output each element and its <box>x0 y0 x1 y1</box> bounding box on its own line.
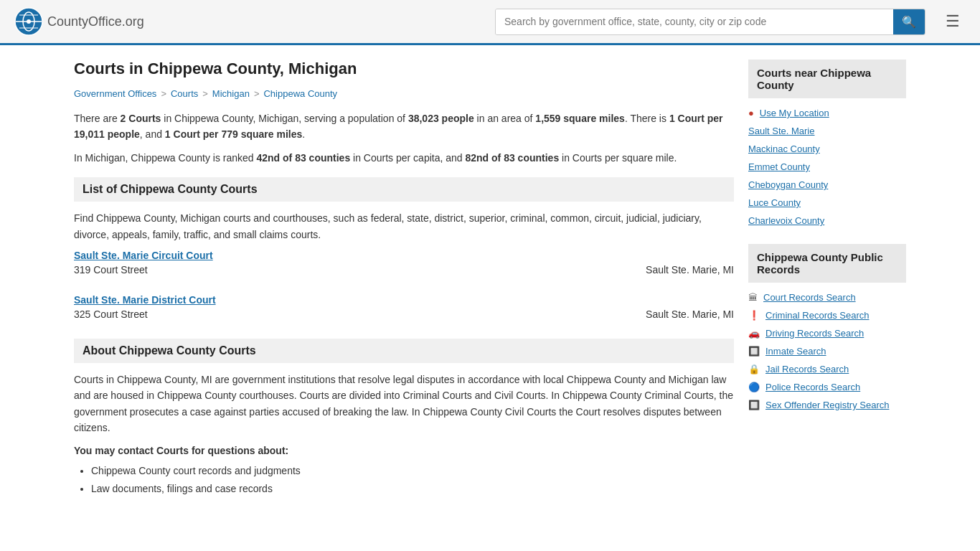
contact-label: You may contact Courts for questions abo… <box>74 445 734 456</box>
sidebar-records-item: 🔲 Inmate Search <box>748 342 906 360</box>
court-records-search-link[interactable]: Court Records Search <box>763 292 856 303</box>
police-records-icon: 🔵 <box>748 382 760 392</box>
intro-paragraph-2: In Michigan, Chippewa County is ranked 4… <box>74 150 734 166</box>
breadcrumb-separator: > <box>202 88 208 99</box>
court-address: 319 Court Street <box>74 264 148 276</box>
search-button[interactable]: 🔍 <box>893 9 925 34</box>
breadcrumb-item-courts[interactable]: Courts <box>171 88 198 99</box>
list-section-header: List of Chippewa County Courts <box>74 177 734 202</box>
breadcrumb-item-chippewa[interactable]: Chippewa County <box>263 88 337 99</box>
page-title: Courts in Chippewa County, Michigan <box>74 60 734 78</box>
nearby-link[interactable]: Mackinac County <box>748 143 820 154</box>
sidebar-item: Mackinac County <box>748 140 906 158</box>
court-name-link[interactable]: Sault Ste. Marie Circuit Court <box>74 250 734 261</box>
sidebar-use-location-item: ● Use My Location <box>748 104 906 122</box>
sidebar-records-item: ❗ Criminal Records Search <box>748 306 906 324</box>
inmate-search-link[interactable]: Inmate Search <box>765 346 826 357</box>
about-section-header: About Chippewa County Courts <box>74 339 734 363</box>
court-records-icon: 🏛 <box>748 292 758 303</box>
sex-offender-registry-search-link[interactable]: Sex Offender Registry Search <box>765 400 889 410</box>
sidebar-records-item: 🔒 Jail Records Search <box>748 360 906 378</box>
sidebar-item: Luce County <box>748 194 906 212</box>
sidebar: Courts near Chippewa County ● Use My Loc… <box>748 60 906 498</box>
court-details: 319 Court Street Sault Ste. Marie, MI <box>74 264 734 276</box>
sidebar-records-list: 🏛 Court Records Search ❗ Criminal Record… <box>748 288 906 414</box>
court-details: 325 Court Street Sault Ste. Marie, MI <box>74 309 734 320</box>
page-header: CountyOffice.org 🔍 ☰ <box>0 0 980 45</box>
logo-icon <box>14 7 43 36</box>
breadcrumb: Government Offices > Courts > Michigan >… <box>74 88 734 99</box>
court-city: Sault Ste. Marie, MI <box>646 309 734 320</box>
sex-offender-icon: 🔲 <box>748 400 760 410</box>
logo-name: CountyOffice <box>47 14 122 29</box>
jail-records-search-link[interactable]: Jail Records Search <box>765 364 849 375</box>
court-city: Sault Ste. Marie, MI <box>646 264 734 276</box>
location-icon: ● <box>748 108 754 118</box>
about-text: Courts in Chippewa County, MI are govern… <box>74 372 734 436</box>
breadcrumb-item-michigan[interactable]: Michigan <box>212 88 250 99</box>
court-entry: Sault Ste. Marie Circuit Court 319 Court… <box>74 250 734 283</box>
driving-records-icon: 🚗 <box>748 328 760 339</box>
court-name-link[interactable]: Sault Ste. Marie District Court <box>74 294 734 306</box>
nearby-link[interactable]: Emmet County <box>748 161 810 172</box>
nearby-link[interactable]: Luce County <box>748 197 801 208</box>
list-section-description: Find Chippewa County, Michigan courts an… <box>74 210 734 242</box>
sidebar-item: Cheboygan County <box>748 176 906 194</box>
sidebar-records-title: Chippewa County Public Records <box>748 244 906 283</box>
sidebar-item: Emmet County <box>748 158 906 176</box>
driving-records-search-link[interactable]: Driving Records Search <box>765 328 864 339</box>
sidebar-records-item: 🚗 Driving Records Search <box>748 324 906 342</box>
court-entry: Sault Ste. Marie District Court 325 Cour… <box>74 294 734 327</box>
nearby-link[interactable]: Cheboygan County <box>748 179 828 190</box>
sidebar-item: Charlevoix County <box>748 212 906 230</box>
search-bar: 🔍 <box>495 9 925 35</box>
search-input[interactable] <box>496 9 893 34</box>
sidebar-records-item: 🏛 Court Records Search <box>748 288 906 306</box>
sidebar-nearby-list: ● Use My Location Sault Ste. Marie Macki… <box>748 104 906 230</box>
contact-bullet-list: Chippewa County court records and judgme… <box>91 462 734 498</box>
logo-suffix: .org <box>122 14 144 29</box>
criminal-records-search-link[interactable]: Criminal Records Search <box>765 310 870 321</box>
sidebar-nearby-title: Courts near Chippewa County <box>748 60 906 98</box>
sidebar-item: Sault Ste. Marie <box>748 122 906 140</box>
inmate-search-icon: 🔲 <box>748 346 760 357</box>
nearby-link[interactable]: Charlevoix County <box>748 215 824 226</box>
sidebar-records-item: 🔵 Police Records Search <box>748 378 906 396</box>
use-my-location-link[interactable]: Use My Location <box>760 108 829 118</box>
court-address: 325 Court Street <box>74 309 148 320</box>
jail-records-icon: 🔒 <box>748 364 760 375</box>
logo-link[interactable]: CountyOffice.org <box>14 7 144 36</box>
nearby-link[interactable]: Sault Ste. Marie <box>748 126 815 136</box>
main-container: Courts in Chippewa County, Michigan Gove… <box>60 45 920 512</box>
hamburger-menu-button[interactable]: ☰ <box>940 9 966 34</box>
breadcrumb-item-gov-offices[interactable]: Government Offices <box>74 88 156 99</box>
content-area: Courts in Chippewa County, Michigan Gove… <box>74 60 734 498</box>
intro-paragraph-1: There are 2 Courts in Chippewa County, M… <box>74 110 734 143</box>
police-records-search-link[interactable]: Police Records Search <box>765 382 860 392</box>
list-item: Chippewa County court records and judgme… <box>91 462 734 480</box>
svg-point-5 <box>27 19 31 24</box>
breadcrumb-separator: > <box>254 88 260 99</box>
criminal-records-icon: ❗ <box>748 310 760 321</box>
breadcrumb-separator: > <box>161 88 166 99</box>
list-item: Law documents, filings and case records <box>91 480 734 498</box>
logo-text: CountyOffice.org <box>47 14 144 29</box>
sidebar-records-item: 🔲 Sex Offender Registry Search <box>748 396 906 414</box>
